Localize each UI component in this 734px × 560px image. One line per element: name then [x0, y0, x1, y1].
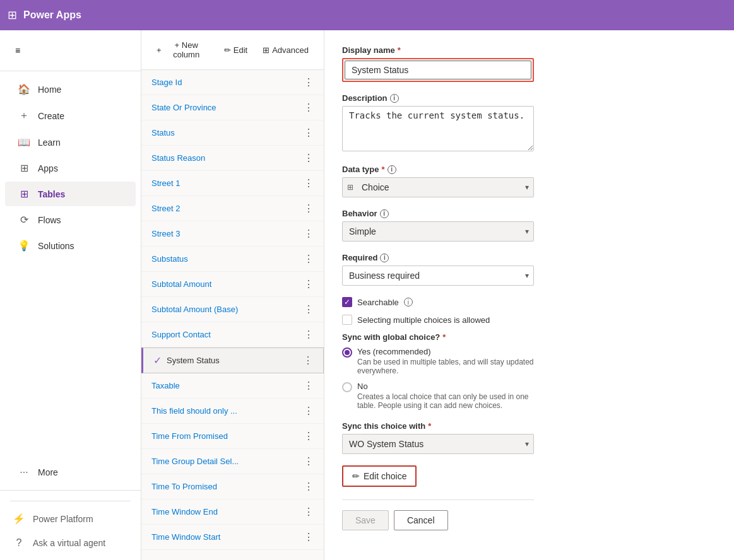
radio-yes[interactable]	[342, 347, 352, 358]
display-name-field: Display name *	[342, 45, 534, 82]
list-item-text: Street 3	[151, 229, 181, 238]
hamburger-icon: ≡	[15, 45, 20, 55]
required-field: Required i Business required ▾	[342, 253, 534, 286]
list-item[interactable]: Street 2 ⋮	[141, 196, 324, 221]
more-menu-icon[interactable]: ⋮	[304, 152, 314, 164]
list-item[interactable]: Time Window Start ⋮	[141, 525, 324, 550]
sidebar-item-label: Create	[38, 111, 64, 121]
more-menu-icon[interactable]: ⋮	[304, 278, 314, 290]
no-label: No	[357, 382, 534, 391]
list-item-system-status[interactable]: ✓ System Status ⋮	[141, 347, 324, 373]
list-item-text: Street 2	[151, 204, 181, 213]
more-menu-icon[interactable]: ⋮	[304, 127, 314, 139]
sidebar-item-learn[interactable]: 📖 Learn	[5, 130, 136, 155]
list-item[interactable]: Subtotal Amount (Base) ⋮	[141, 297, 324, 322]
list-item[interactable]: Street 3 ⋮	[141, 221, 324, 247]
data-type-select[interactable]: Choice	[342, 177, 534, 197]
more-menu-icon[interactable]: ⋮	[304, 455, 314, 467]
chevron-down-icon: ▾	[525, 183, 529, 192]
sync-choice-select[interactable]: WO System Status	[342, 434, 534, 454]
sidebar-item-ask-agent[interactable]: ? Ask a virtual agent	[0, 531, 141, 555]
sidebar-item-more[interactable]: ··· More	[5, 460, 136, 484]
list-item[interactable]: Time Group Detail Sel... ⋮	[141, 449, 324, 474]
sidebar-item-home[interactable]: 🏠 Home	[5, 77, 136, 102]
grid-icon: ⊞	[8, 8, 17, 22]
more-menu-icon[interactable]: ⋮	[304, 102, 314, 114]
more-menu-icon[interactable]: ⋮	[304, 303, 314, 315]
list-item[interactable]: Status Reason ⋮	[141, 146, 324, 171]
radio-no-row: No Creates a local choice that can only …	[342, 382, 534, 410]
choice-icon: ⊞	[347, 183, 353, 192]
new-column-icon: +	[157, 45, 162, 55]
more-menu-icon[interactable]: ⋮	[304, 506, 314, 518]
list-item-text: Time From Promised	[151, 431, 228, 441]
list-item[interactable]: Time From Promised ⋮	[141, 424, 324, 449]
behavior-select[interactable]: Simple	[342, 221, 534, 242]
description-info-icon[interactable]: i	[390, 94, 399, 103]
more-menu-icon[interactable]: ⋮	[304, 202, 314, 214]
more-menu-icon[interactable]: ⋮	[304, 405, 314, 417]
searchable-checkbox[interactable]: ✓	[342, 297, 352, 307]
list-item[interactable]: Time To Promised ⋮	[141, 474, 324, 499]
app-title: Power Apps	[23, 9, 81, 21]
sidebar-item-power-platform[interactable]: ⚡ Power Platform	[0, 506, 141, 531]
no-desc: Creates a local choice that can only be …	[357, 392, 534, 410]
advanced-button[interactable]: ⊞ Advanced	[257, 43, 314, 57]
cancel-button[interactable]: Cancel	[394, 510, 448, 530]
more-menu-icon[interactable]: ⋮	[304, 380, 314, 392]
save-button[interactable]: Save	[342, 510, 389, 530]
new-column-button[interactable]: + + New column	[151, 38, 214, 62]
list-item-text: Time Group Detail Sel...	[151, 457, 239, 466]
multiple-choices-checkbox[interactable]	[342, 315, 352, 325]
learn-icon: 📖	[18, 136, 30, 148]
sidebar-item-tables[interactable]: ⊞ Tables	[5, 182, 136, 206]
more-menu-icon[interactable]: ⋮	[304, 228, 314, 240]
searchable-row: ✓ Searchable i	[342, 297, 534, 307]
hamburger-button[interactable]: ≡	[5, 38, 30, 63]
more-menu-icon[interactable]: ⋮	[303, 354, 313, 366]
list-item[interactable]: Street 1 ⋮	[141, 171, 324, 196]
data-type-info-icon[interactable]: i	[388, 165, 396, 174]
list-item[interactable]: State Or Province ⋮	[141, 95, 324, 120]
list-item[interactable]: Taxable ⋮	[141, 373, 324, 399]
more-menu-icon[interactable]: ⋮	[304, 253, 314, 265]
radio-no[interactable]	[342, 382, 352, 392]
list-toolbar: + + New column ✏ Edit ⊞ Advanced	[141, 30, 324, 70]
description-textarea[interactable]: Tracks the current system status.	[342, 106, 534, 151]
edit-pencil-icon: ✏	[352, 471, 360, 481]
list-item[interactable]: Support Contact ⋮	[141, 322, 324, 347]
more-menu-icon[interactable]: ⋮	[304, 430, 314, 442]
chevron-down-icon: ▾	[525, 440, 529, 448]
selected-check-icon: ✓	[153, 354, 162, 366]
display-name-input[interactable]	[345, 61, 531, 79]
required-select-wrapper: Business required ▾	[342, 265, 534, 286]
more-menu-icon[interactable]: ⋮	[304, 329, 314, 341]
sync-choice-label: Sync this choice with *	[342, 421, 534, 431]
flows-icon: ⟳	[18, 214, 30, 226]
required-select[interactable]: Business required	[342, 265, 534, 286]
list-item[interactable]: Stage Id ⋮	[141, 70, 324, 95]
edit-button[interactable]: ✏ Edit	[219, 43, 252, 57]
list-item[interactable]: This field should only ... ⋮	[141, 399, 324, 424]
list-item-text: Time Window End	[151, 507, 218, 516]
data-type-select-wrapper: ⊞ Choice ▾	[342, 177, 534, 197]
display-name-label: Display name *	[342, 45, 534, 55]
list-item[interactable]: Substatus ⋮	[141, 247, 324, 272]
searchable-info-icon[interactable]: i	[404, 298, 413, 306]
radio-yes-text: Yes (recommended) Can be used in multipl…	[357, 347, 534, 375]
sidebar-item-solutions[interactable]: 💡 Solutions	[5, 233, 136, 258]
more-menu-icon[interactable]: ⋮	[304, 177, 314, 189]
sidebar-item-apps[interactable]: ⊞ Apps	[5, 156, 136, 180]
chevron-down-icon: ▾	[525, 271, 529, 280]
list-item[interactable]: Status ⋮	[141, 120, 324, 146]
list-item[interactable]: Time Window End ⋮	[141, 499, 324, 525]
edit-choice-button[interactable]: ✏ Edit choice	[342, 465, 417, 487]
required-info-icon[interactable]: i	[380, 254, 389, 262]
more-menu-icon[interactable]: ⋮	[304, 76, 314, 88]
more-menu-icon[interactable]: ⋮	[304, 481, 314, 493]
behavior-info-icon[interactable]: i	[380, 209, 389, 218]
list-item[interactable]: Subtotal Amount ⋮	[141, 272, 324, 297]
sidebar-item-flows[interactable]: ⟳ Flows	[5, 207, 136, 232]
sidebar-item-create[interactable]: ＋ Create	[5, 103, 136, 129]
more-menu-icon[interactable]: ⋮	[304, 531, 314, 543]
